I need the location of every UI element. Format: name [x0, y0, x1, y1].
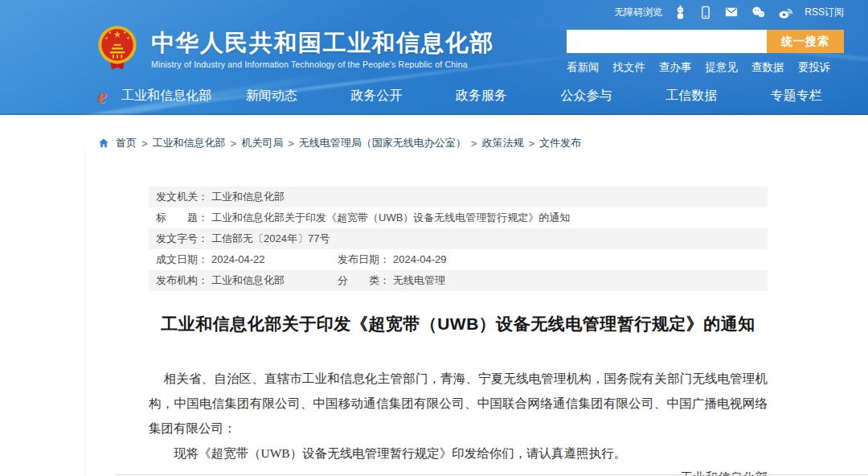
quick-link-suggest[interactable]: 提意见: [706, 60, 739, 75]
nav-item-gov-open[interactable]: 政务公开: [324, 88, 429, 105]
meta-row-issuing-authority: 发文机关：工业和信息化部: [149, 187, 768, 207]
quick-link-data[interactable]: 查数据: [751, 60, 784, 75]
search-area: 统一搜索 看新闻 找文件 查办事 提意见 查数据 要投诉: [567, 30, 844, 75]
meta-row-title: 标 题：工业和信息化部关于印发《超宽带（UWB）设备无线电管理暂行规定》的通知: [149, 207, 768, 228]
content-left-border: [84, 147, 85, 476]
breadcrumb-home[interactable]: 首页: [116, 136, 137, 150]
site-title: 中华人民共和国工业和信息化部: [151, 29, 494, 56]
meta-label: 成文日期：: [156, 253, 208, 265]
weibo-icon[interactable]: [777, 4, 794, 20]
breadcrumb-separator: >: [288, 137, 294, 150]
miit-e-logo-icon[interactable]: e: [90, 84, 114, 109]
nav-item-participation[interactable]: 公众参与: [534, 88, 639, 105]
meta-label: 发文字号：: [156, 232, 208, 244]
nav-item-news[interactable]: 新闻动态: [219, 88, 325, 105]
meta-row-publisher: 发布机构：工业和信息化部 分 类：无线电管理: [149, 270, 768, 291]
meta-label: 发布日期：: [338, 253, 390, 265]
nav-item-data[interactable]: 工信数据: [639, 88, 744, 105]
robot-icon[interactable]: [673, 4, 688, 20]
meta-value: 无线电管理: [393, 274, 445, 286]
article-paragraph-addressees: 相关省、自治区、直辖市工业和信息化主管部门，青海、宁夏无线电管理机构，国务院有关…: [149, 366, 768, 441]
topbar: 无障碍浏览: [614, 0, 844, 24]
nav-item-miit[interactable]: 工业和信息化部: [114, 88, 219, 105]
breadcrumb-separator: >: [471, 137, 477, 150]
breadcrumb: 首页 > 工业和信息化部 > 机关司局 > 无线电管理局（国家无线电办公室） >…: [98, 136, 581, 150]
quick-link-files[interactable]: 找文件: [613, 60, 646, 75]
search-input[interactable]: [567, 30, 767, 53]
breadcrumb-separator: >: [231, 137, 237, 150]
quick-link-complain[interactable]: 要投诉: [798, 60, 831, 75]
quick-link-services[interactable]: 查办事: [659, 60, 692, 75]
quick-link-news[interactable]: 看新闻: [567, 60, 600, 75]
rss-link[interactable]: RSS订阅: [805, 6, 844, 19]
bottom-divider: [115, 474, 868, 475]
site-header: 无障碍浏览: [0, 0, 868, 115]
wechat-icon[interactable]: [750, 4, 767, 20]
article-body: 相关省、自治区、直辖市工业和信息化主管部门，青海、宁夏无线电管理机构，国务院有关…: [149, 366, 768, 466]
meta-label: 标 题：: [156, 211, 208, 224]
meta-label: 发文机关：: [156, 191, 208, 203]
header-main: 中华人民共和国工业和信息化部 Ministry of Industry and …: [95, 24, 494, 74]
article-paragraph-directive: 现将《超宽带（UWB）设备无线电管理暂行规定》印发给你们，请认真遵照执行。: [149, 441, 768, 466]
mail-icon[interactable]: [723, 4, 739, 20]
national-emblem-icon: [95, 24, 140, 74]
breadcrumb-documents[interactable]: 文件发布: [539, 136, 581, 150]
breadcrumb-separator: >: [141, 137, 148, 150]
nav-item-gov-service[interactable]: 政务服务: [429, 88, 534, 105]
page-content: 首页 > 工业和信息化部 > 机关司局 > 无线电管理局（国家无线电办公室） >…: [0, 115, 868, 476]
site-subtitle: Ministry of Industry and Information Tec…: [151, 60, 494, 69]
meta-value: 工信部无〔2024年〕77号: [211, 232, 330, 244]
breadcrumb-miit[interactable]: 工业和信息化部: [153, 136, 226, 150]
nav-item-topics[interactable]: 专题专栏: [743, 88, 849, 105]
page: 无障碍浏览: [0, 0, 868, 476]
breadcrumb-policies[interactable]: 政策法规: [481, 136, 523, 150]
meta-row-doc-number: 发文字号：工信部无〔2024年〕77号: [149, 228, 768, 249]
breadcrumb-departments[interactable]: 机关司局: [241, 136, 283, 150]
meta-value: 2024-04-22: [211, 253, 265, 265]
meta-label: 发布机构：: [156, 274, 208, 286]
document-meta-table: 发文机关：工业和信息化部 标 题：工业和信息化部关于印发《超宽带（UWB）设备无…: [149, 187, 768, 291]
search-button[interactable]: 统一搜索: [767, 30, 844, 53]
accessibility-link[interactable]: 无障碍浏览: [614, 6, 662, 19]
meta-value: 工业和信息化部: [211, 274, 285, 286]
home-icon[interactable]: [98, 137, 109, 149]
meta-label: 分 类：: [338, 274, 390, 286]
meta-value: 2024-04-29: [393, 253, 447, 265]
quick-links: 看新闻 找文件 查办事 提意见 查数据 要投诉: [567, 60, 844, 75]
main-navbar: e 工业和信息化部 新闻动态 政务公开 政务服务 公众参与 工信数据 专题专栏: [0, 79, 868, 115]
meta-row-dates: 成文日期：2024-04-22 发布日期：2024-04-29: [149, 249, 768, 270]
meta-value: 工业和信息化部关于印发《超宽带（UWB）设备无线电管理暂行规定》的通知: [211, 211, 570, 224]
mobile-icon[interactable]: [698, 4, 713, 20]
article-title: 工业和信息化部关于印发《超宽带（UWB）设备无线电管理暂行规定》的通知: [149, 313, 768, 335]
breadcrumb-separator: >: [528, 137, 534, 150]
document: 发文机关：工业和信息化部 标 题：工业和信息化部关于印发《超宽带（UWB）设备无…: [149, 187, 768, 476]
breadcrumb-radio-bureau[interactable]: 无线电管理局（国家无线电办公室）: [299, 136, 466, 150]
meta-value: 工业和信息化部: [211, 191, 285, 203]
